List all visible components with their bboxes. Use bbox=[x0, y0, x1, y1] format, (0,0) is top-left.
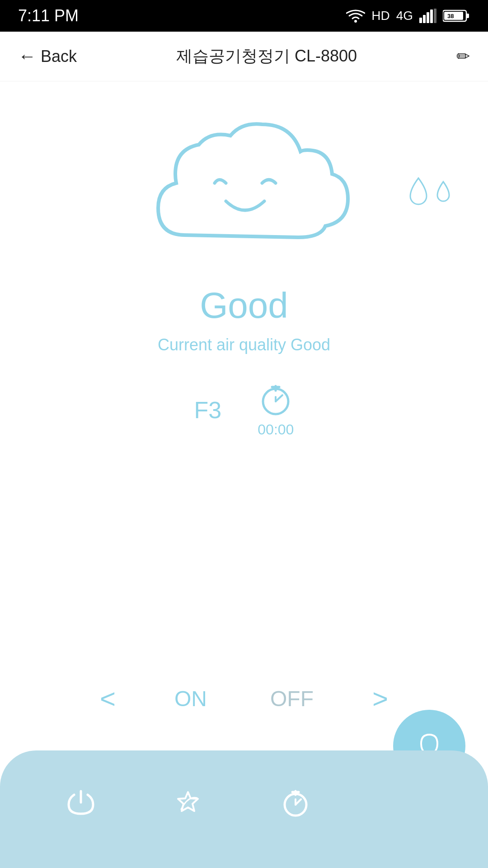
nav-timer-button[interactable] bbox=[280, 787, 311, 818]
back-label: Back bbox=[41, 47, 77, 66]
svg-rect-7 bbox=[466, 14, 469, 18]
svg-rect-4 bbox=[430, 9, 433, 23]
air-quality-status: Good bbox=[200, 285, 288, 326]
air-quality-description: Current air quality Good bbox=[158, 335, 330, 354]
back-arrow-icon: ← bbox=[18, 46, 36, 66]
back-button[interactable]: ← Back bbox=[18, 46, 77, 66]
svg-line-13 bbox=[276, 395, 282, 401]
svg-point-0 bbox=[354, 20, 357, 23]
svg-rect-1 bbox=[419, 18, 422, 23]
edit-button[interactable]: ✏ bbox=[456, 47, 470, 66]
timer-display: 00:00 bbox=[258, 421, 294, 438]
signal-icon bbox=[419, 9, 436, 23]
timer-section: 00:00 bbox=[258, 382, 294, 438]
humidity-drop-large-icon bbox=[407, 176, 430, 207]
wifi-icon bbox=[346, 9, 365, 23]
prev-button[interactable]: < bbox=[91, 674, 125, 723]
status-icons: HD 4G 38 bbox=[346, 9, 470, 23]
device-info-row: F3 00:00 bbox=[194, 382, 294, 438]
off-button[interactable]: OFF bbox=[257, 682, 327, 716]
timer-nav-icon bbox=[280, 787, 311, 818]
bottom-navigation bbox=[0, 750, 488, 868]
cloud-illustration bbox=[131, 118, 357, 262]
page-title: 제습공기청정기 CL-8800 bbox=[77, 45, 456, 67]
nav-favorite-button[interactable] bbox=[172, 787, 204, 818]
svg-rect-5 bbox=[434, 9, 436, 23]
svg-rect-3 bbox=[427, 12, 429, 23]
humidity-drop-small-icon bbox=[435, 180, 452, 203]
hd-badge: HD bbox=[371, 9, 389, 23]
fan-speed-label: F3 bbox=[194, 396, 222, 424]
header: ← Back 제습공기청정기 CL-8800 ✏ bbox=[0, 32, 488, 81]
status-time: 7:11 PM bbox=[18, 6, 79, 25]
air-quality-desc-highlight: Good bbox=[291, 335, 330, 354]
nav-power-button[interactable] bbox=[65, 787, 97, 818]
svg-rect-2 bbox=[423, 15, 426, 23]
power-icon bbox=[65, 787, 97, 818]
humidity-indicator bbox=[407, 176, 452, 207]
status-bar: 7:11 PM HD 4G 38 bbox=[0, 0, 488, 32]
favorite-icon bbox=[172, 787, 204, 818]
main-content: Good Current air quality Good F3 00:00 bbox=[0, 81, 488, 456]
timer-icon bbox=[258, 382, 294, 418]
svg-text:38: 38 bbox=[447, 13, 454, 19]
next-button[interactable]: > bbox=[363, 674, 397, 723]
air-quality-desc-text: Current air quality bbox=[158, 335, 286, 354]
on-button[interactable]: ON bbox=[161, 682, 221, 716]
battery-icon: 38 bbox=[443, 9, 470, 23]
network-badge: 4G bbox=[396, 9, 413, 23]
